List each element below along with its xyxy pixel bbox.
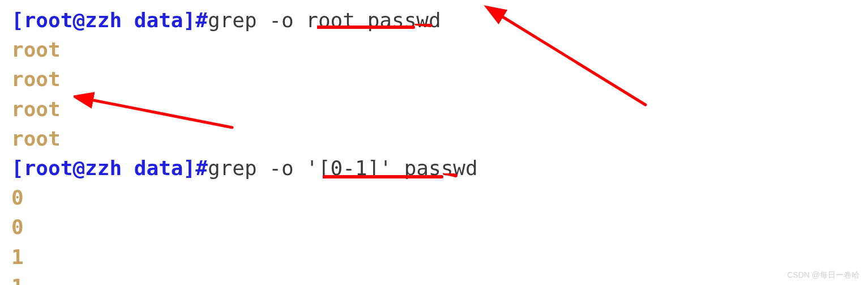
prompt-dir-1: data (134, 8, 183, 32)
prompt-line-1: [root@zzh data]#grep -o root passwd (11, 6, 857, 35)
prompt-line-2: [root@zzh data]#grep -o '[0-1]' passwd (11, 154, 857, 183)
output-root-4: root (11, 127, 61, 150)
output-line: 1 (11, 272, 857, 285)
output-root-2: root (11, 67, 61, 91)
output-num-4: 1 (11, 275, 24, 285)
prompt-hash-1: # (195, 8, 208, 32)
output-line: 0 (11, 212, 857, 242)
command-1: grep -o root passwd (208, 8, 441, 32)
output-line: root (11, 35, 857, 65)
output-num-1: 0 (11, 186, 24, 209)
command-2: grep -o '[0-1]' passwd (208, 156, 478, 180)
output-line: root (11, 95, 857, 124)
output-line: root (11, 65, 857, 94)
prompt-host-2: zzh (85, 156, 122, 180)
output-line: root (11, 124, 857, 154)
output-root-3: root (11, 97, 61, 121)
prompt-at-1: @ (72, 8, 85, 32)
prompt-user-1: root (24, 8, 73, 32)
output-num-2: 0 (11, 215, 24, 239)
output-line: 0 (11, 183, 857, 212)
output-num-3: 1 (11, 245, 24, 269)
output-root-1: root (11, 38, 61, 61)
prompt-hash-2: # (195, 156, 208, 180)
output-line: 1 (11, 243, 857, 272)
prompt-close-2: ] (183, 156, 196, 180)
prompt-at-2: @ (72, 156, 85, 180)
watermark: CSDN @每日一卷哈 (787, 269, 860, 280)
prompt-space-2 (122, 156, 134, 180)
prompt-space-1 (122, 8, 134, 32)
prompt-open-1: [ (11, 8, 24, 32)
prompt-dir-2: data (134, 156, 183, 180)
prompt-close-1: ] (183, 8, 196, 32)
prompt-user-2: root (24, 156, 73, 180)
prompt-host-1: zzh (85, 8, 122, 32)
prompt-open-2: [ (11, 156, 24, 180)
